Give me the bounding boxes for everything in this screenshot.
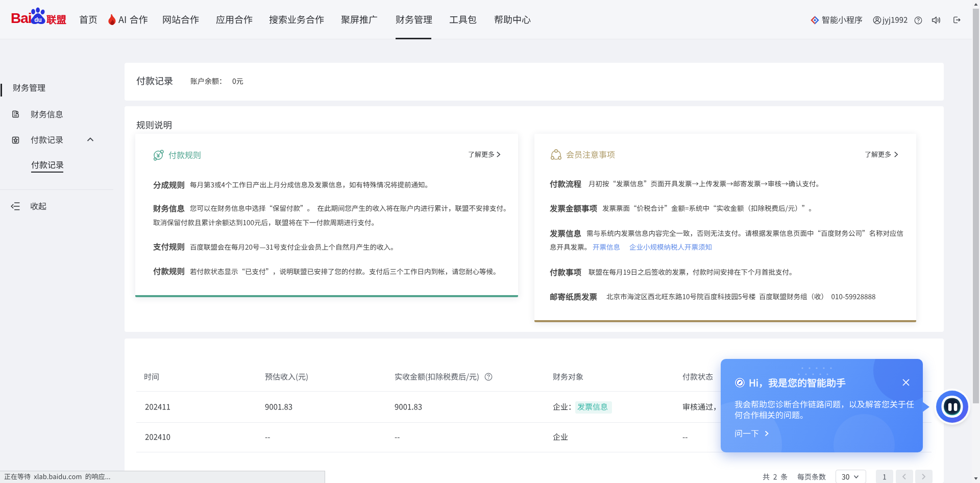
- svg-text:du: du: [34, 16, 42, 23]
